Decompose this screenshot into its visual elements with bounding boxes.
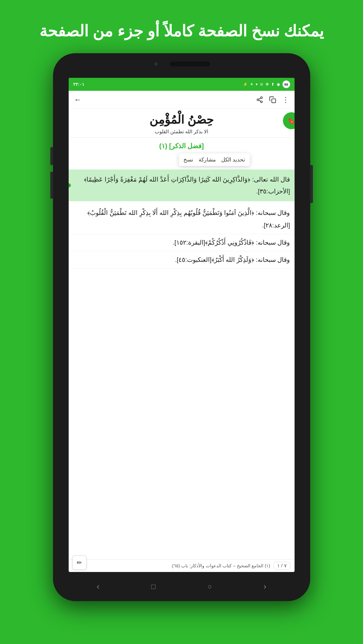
svg-point-2 (260, 101, 262, 103)
phone-frame: ٢٢:٠١ ⚡ ✈ ▾ ⊝ ✻ ⬆ ◉ 89 (53, 53, 310, 601)
app-bar: ← ⋮ (69, 91, 294, 109)
context-menu-copy[interactable]: نسخ (184, 156, 193, 163)
indicator-icon: ⬆ (271, 82, 274, 87)
page-indicator: ٧ / ١ (273, 562, 290, 570)
content-scroll[interactable]: [فضل الذكر] (١) تحديد الكل مشاركة نسخ قا… (69, 138, 294, 559)
highlighted-text-block: قال الله تعالى: ﴿وَالذَّاكِرِينَ الله كَ… (69, 170, 294, 201)
footnote-text: (١) الجامع الصحيح – كتاب الدعوات والأذكا… (73, 563, 274, 568)
app-logo: حِصْنُ الْمُؤْمِن (73, 112, 290, 128)
context-menu-select-all[interactable]: تحديد الكل (221, 156, 245, 163)
top-heading: يمكنك نسخ الصفحة كاملاً أو جزء من الصفحة (26, 20, 337, 42)
svg-line-3 (258, 100, 260, 101)
phone-bottom-nav: ‹ □ ○ › (53, 572, 310, 601)
charging-icon: ⚡ (243, 82, 248, 87)
text-block-2: وقال سبحانه: ﴿فَاذْكُرُونِي أَذْكُرُكُمْ… (69, 234, 294, 251)
share-icon[interactable] (256, 96, 263, 103)
bluetooth-icon: ✻ (266, 82, 269, 87)
phone-screen: ٢٢:٠١ ⚡ ✈ ▾ ⊝ ✻ ⬆ ◉ 89 (69, 78, 294, 572)
svg-point-1 (257, 99, 259, 100)
svg-point-0 (260, 96, 262, 98)
wifi-icon: ▾ (256, 82, 258, 87)
speaker-grille (170, 62, 210, 66)
more-options-button[interactable]: ⋮ (282, 96, 289, 104)
airplane-icon: ✈ (250, 82, 254, 87)
bottom-content-bar: ✏ ٧ / ١ (١) الجامع الصحيح – كتاب الدعوات… (69, 559, 294, 572)
app-header: حِصْنُ الْمُؤْمِن الا بذكر الله تطمئن ال… (69, 109, 294, 138)
selection-handle-left (69, 183, 71, 188)
text-block-1: وقال سبحانه: ﴿الَّذِينَ آمَنُوا وَتَطْمَ… (69, 204, 294, 234)
battery-badge: 89 (282, 80, 290, 88)
context-menu[interactable]: تحديد الكل مشاركة نسخ (179, 154, 250, 166)
copy-icon[interactable] (269, 96, 276, 103)
nav-back-icon[interactable]: ‹ (96, 582, 99, 591)
back-button[interactable]: ← (74, 95, 82, 104)
circle-icon: ◉ (277, 82, 280, 87)
nav-recents-icon[interactable]: ○ (207, 582, 212, 591)
edit-fab[interactable]: ✏ (72, 556, 86, 570)
nav-home-icon[interactable]: □ (151, 582, 156, 591)
context-menu-share[interactable]: مشاركة (198, 156, 216, 163)
svg-rect-5 (272, 99, 276, 103)
status-time: ٢٢:٠١ (73, 82, 84, 87)
power-button[interactable] (310, 165, 313, 203)
highlighted-text: قال الله تعالى: ﴿وَالذَّاكِرِينَ الله كَ… (84, 176, 290, 195)
status-bar: ٢٢:٠١ ⚡ ✈ ▾ ⊝ ✻ ⬆ ◉ 89 (69, 78, 294, 91)
volume-down-button[interactable] (50, 172, 53, 198)
text-block-3: وقال سبحانه: ﴿وَلَذِكْرُ الله أَكْبَرُ﴾[… (69, 251, 294, 268)
nav-forward-icon[interactable]: › (264, 582, 266, 591)
front-camera (153, 61, 158, 67)
svg-line-4 (258, 98, 260, 99)
section-title: [فضل الذكر] (١) (69, 142, 294, 150)
volume-up-button[interactable] (50, 147, 53, 165)
dnd-icon: ⊝ (260, 82, 263, 87)
app-subtitle: الا بذكر الله تطمئن القلوب (73, 129, 290, 134)
